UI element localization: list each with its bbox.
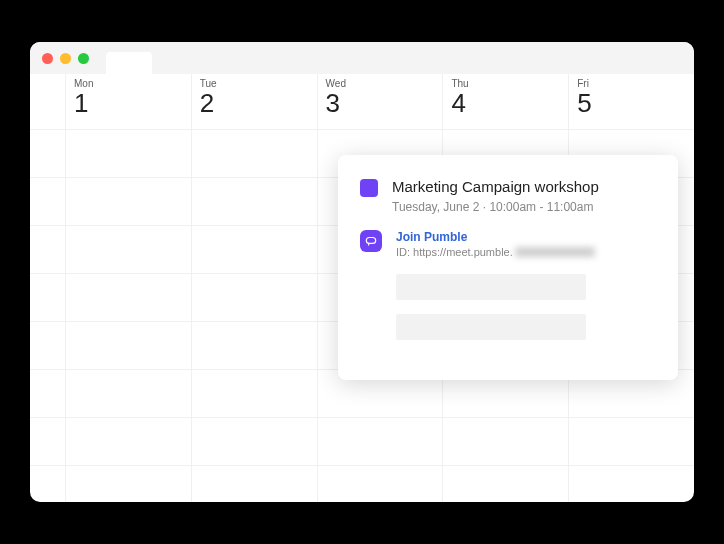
minimize-window-button[interactable] [60, 53, 71, 64]
grid-column[interactable] [66, 130, 192, 502]
pumble-icon [360, 230, 382, 252]
day-label: Tue [200, 78, 309, 89]
svg-rect-0 [366, 237, 375, 243]
day-label: Thu [451, 78, 560, 89]
join-meeting-link[interactable]: Join Pumble [396, 230, 595, 244]
day-number: 1 [74, 89, 183, 118]
close-window-button[interactable] [42, 53, 53, 64]
time-gutter [30, 130, 66, 502]
day-header-tue[interactable]: Tue 2 [192, 74, 318, 129]
day-number: 2 [200, 89, 309, 118]
day-number: 3 [326, 89, 435, 118]
maximize-window-button[interactable] [78, 53, 89, 64]
calendar-day-header: Mon 1 Tue 2 Wed 3 Thu 4 Fri 5 [30, 74, 694, 130]
popup-placeholder-section [396, 274, 656, 340]
day-header-fri[interactable]: Fri 5 [569, 74, 694, 129]
browser-tab[interactable] [106, 52, 152, 74]
window-titlebar [30, 42, 694, 74]
day-label: Fri [577, 78, 686, 89]
day-label: Mon [74, 78, 183, 89]
header-gutter [30, 74, 66, 129]
placeholder-line [396, 314, 586, 340]
day-header-mon[interactable]: Mon 1 [66, 74, 192, 129]
event-details-popup: Marketing Campaign workshop Tuesday, Jun… [338, 155, 678, 380]
day-number: 4 [451, 89, 560, 118]
day-header-wed[interactable]: Wed 3 [318, 74, 444, 129]
day-header-thu[interactable]: Thu 4 [443, 74, 569, 129]
meeting-id: ID: https://meet.pumble. [396, 246, 595, 258]
event-time: Tuesday, June 2 · 10:00am - 11:00am [392, 200, 599, 214]
day-number: 5 [577, 89, 686, 118]
event-color-swatch [360, 179, 378, 197]
grid-column[interactable] [192, 130, 318, 502]
event-title: Marketing Campaign workshop [392, 177, 599, 197]
day-label: Wed [326, 78, 435, 89]
redacted-text [515, 247, 595, 257]
placeholder-line [396, 274, 586, 300]
